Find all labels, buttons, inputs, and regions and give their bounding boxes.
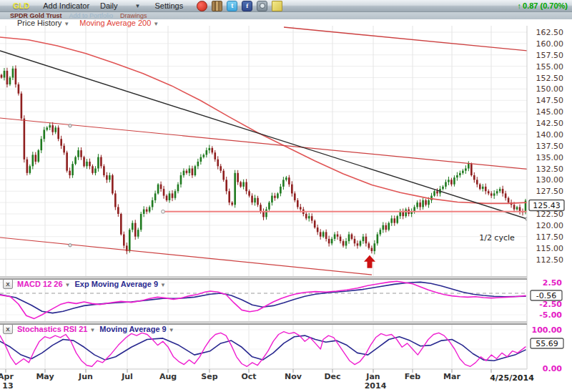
chevron-down-icon: ▼ [89,327,95,333]
last-price-badge: 125.43 [529,200,564,211]
svg-text:155.00: 155.00 [536,62,564,72]
svg-text:140.00: 140.00 [536,130,564,139]
svg-text:132.50: 132.50 [536,165,564,174]
channel-low [0,237,372,275]
svg-text:115.00: 115.00 [536,244,564,253]
svg-text:-5.00: -5.00 [539,310,562,320]
twitter-icon[interactable]: t [227,1,237,11]
close-stoch-button[interactable]: X [3,324,13,334]
charting-app-window: { "toolbar": { "symbol": "GLD", "add_ind… [0,0,572,392]
svg-text:112.50: 112.50 [536,255,564,265]
ma200-line [0,37,527,203]
up-arrow-marker [364,255,375,268]
period-value: Daily [100,1,117,10]
svg-text:Nov: Nov [285,372,302,381]
svg-text:Jul: Jul [121,372,133,381]
stoch-pane-header: X Stochastics RSI 21▼ Moving Average 9▼ [3,324,174,334]
svg-text:0.00: 0.00 [543,364,562,373]
price-pane-header: Price History▼ Moving Average 200▼ [0,19,522,26]
macd-pane-header: X MACD 12 26▼ Exp Moving Average 9▼ [3,279,166,289]
svg-text:2.50: 2.50 [543,278,562,288]
svg-text:-0.56: -0.56 [536,291,556,300]
library-icon[interactable] [212,1,222,11]
period-dropdown[interactable]: Daily ▼ [100,1,140,10]
end-date-label: 4/25/2014 [490,373,534,383]
svg-text:150.00: 150.00 [536,84,564,94]
moving-average-200-dropdown[interactable]: Moving Average 200▼ [79,19,159,27]
note-icon[interactable] [272,1,282,11]
svg-text:Jun: Jun [78,372,93,381]
svg-text:117.50: 117.50 [536,232,564,242]
change-value: 0.87 (0.70%) [523,1,568,10]
svg-text:-2.50: -2.50 [539,300,562,309]
chevron-down-icon: ▼ [160,282,166,288]
main-toolbar: GLD Add Indicator Daily ▼ Settings t f ↑… [0,0,572,12]
svg-text:13: 13 [2,381,13,391]
svg-text:May: May [36,372,54,381]
svg-text:157.50: 157.50 [536,51,564,60]
chevron-down-icon: ▼ [153,21,159,27]
svg-text:135.00: 135.00 [536,153,564,162]
stoch-value-badge: 55.69 [531,338,563,348]
svg-text:152.50: 152.50 [536,74,564,83]
svg-text:100.00: 100.00 [532,325,563,335]
horizontal-support-line [162,210,531,213]
svg-text:130.00: 130.00 [536,175,564,185]
channel-mid [0,118,531,170]
price-pane: 1/2 cycle [0,26,538,276]
macd-value-badge: -0.56 [531,290,562,300]
svg-text:160.00: 160.00 [536,39,564,49]
svg-text:125.43: 125.43 [533,201,561,210]
toolbar-icon-group: t f [197,1,282,11]
svg-text:Mar: Mar [443,372,460,381]
symbol-label: GLD [13,1,29,10]
up-arrow-icon: ↑ [518,1,522,10]
candles-layer [1,65,527,254]
svg-text:Apr: Apr [0,372,14,381]
settings-button[interactable]: Settings [154,1,183,10]
stoch-overlay-dropdown[interactable]: Moving Average 9▼ [99,325,174,333]
chevron-down-icon: ▼ [64,21,69,27]
svg-text:147.50: 147.50 [536,96,564,105]
svg-text:Jan: Jan [365,372,380,381]
svg-text:137.50: 137.50 [536,142,564,151]
chevron-down-icon: ▼ [169,327,174,333]
facebook-icon[interactable]: f [242,1,252,11]
svg-text:Dec: Dec [324,372,340,381]
channel-top [284,27,538,52]
svg-text:127.50: 127.50 [536,187,564,196]
chevron-down-icon: ▼ [65,282,71,288]
camera-icon[interactable] [257,1,267,11]
half-cycle-annotation: 1/2 cycle [479,233,515,242]
time-axis: Apr13MayJunJulAugSepOctNovDecJan2014FebM… [0,369,534,391]
svg-text:Aug: Aug [159,372,177,381]
macd-indicator-dropdown[interactable]: MACD 12 26▼ [17,280,71,288]
price-change-readout: ↑ 0.87 (0.70%) [518,1,568,10]
svg-text:145.00: 145.00 [536,107,564,117]
svg-text:55.69: 55.69 [536,339,558,348]
add-indicator-button[interactable]: Add Indicator [43,1,89,10]
svg-text:Oct: Oct [241,372,256,381]
svg-text:Feb: Feb [405,372,421,381]
svg-text:120.00: 120.00 [536,221,564,230]
price-chart[interactable]: 1/2 cycle162.50160.00157.50155.00152.501… [0,24,572,392]
svg-text:162.50: 162.50 [536,28,564,37]
stoch-indicator-dropdown[interactable]: Stochastics RSI 21▼ [17,325,95,333]
alarm-icon[interactable] [197,1,207,11]
svg-text:Sep: Sep [201,372,217,381]
price-axis: 162.50160.00157.50155.00152.50150.00147.… [527,24,572,373]
svg-text:2014: 2014 [365,381,387,391]
svg-text:142.50: 142.50 [536,119,564,128]
macd-overlay-dropdown[interactable]: Exp Moving Average 9▼ [75,280,166,288]
price-history-dropdown[interactable]: Price History▼ [17,19,69,27]
close-macd-button[interactable]: X [3,279,13,289]
chevron-down-icon: ▼ [135,3,141,9]
